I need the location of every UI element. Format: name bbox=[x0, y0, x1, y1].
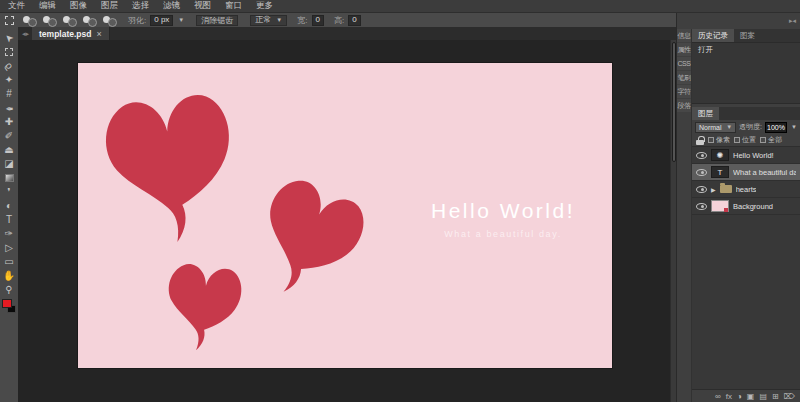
adjustment-icon[interactable]: ◑ bbox=[737, 390, 742, 402]
menu-filter[interactable]: 滤镜 bbox=[163, 0, 180, 12]
tab-history[interactable]: 历史记录 bbox=[692, 29, 734, 42]
tool-palette: ➤ ϱ ✦ # ✒ ✚ ✐ ⏏ ◪ ❜ ◐ T ✑ ▷ ▭ ✋ ⚲ bbox=[0, 27, 18, 402]
side-tab-css[interactable]: CSS bbox=[677, 57, 691, 70]
menu-layer[interactable]: 图层 bbox=[101, 0, 118, 12]
menu-edit[interactable]: 编辑 bbox=[39, 0, 56, 12]
selection-mode-add-icon[interactable] bbox=[42, 15, 58, 25]
side-tab-paragraph[interactable]: 段落 bbox=[677, 99, 691, 112]
visibility-eye-icon[interactable] bbox=[696, 203, 707, 210]
move-tool[interactable]: ➤ bbox=[2, 31, 16, 45]
photo-editor-app: 文件 编辑 图像 图层 选择 滤镜 视图 窗口 更多 羽化: 0 px ▼ 消除… bbox=[0, 0, 800, 402]
magic-wand-tool[interactable]: ✦ bbox=[2, 73, 16, 87]
clone-stamp-tool[interactable]: ⏏ bbox=[2, 143, 16, 157]
tab-layers[interactable]: 图层 bbox=[692, 107, 719, 120]
shape-tool[interactable]: ▭ bbox=[2, 255, 16, 269]
visibility-eye-icon[interactable] bbox=[696, 186, 707, 193]
selection-mode-intersect-icon[interactable] bbox=[82, 15, 98, 25]
history-entry-open[interactable]: 打开 bbox=[692, 43, 800, 56]
width-input[interactable]: 0 bbox=[312, 15, 324, 26]
blur-tool[interactable]: ❜ bbox=[2, 185, 16, 199]
color-swatches[interactable] bbox=[2, 299, 16, 313]
layer-row-background[interactable]: Background bbox=[692, 198, 800, 215]
eraser-tool[interactable]: ◪ bbox=[2, 157, 16, 171]
side-tab-brush[interactable]: 笔刷 bbox=[677, 71, 691, 84]
new-group-icon[interactable]: ▤ bbox=[759, 390, 767, 402]
menu-window[interactable]: 窗口 bbox=[225, 0, 242, 12]
lock-position-toggle[interactable]: 位置 bbox=[734, 135, 756, 145]
document-tab[interactable]: template.psd × bbox=[32, 27, 110, 40]
text-layer-thumbnail: ✺ bbox=[711, 149, 729, 161]
lock-position-checkbox[interactable] bbox=[734, 137, 740, 143]
new-layer-icon[interactable]: ⊞ bbox=[772, 390, 779, 402]
text-layer-thumbnail: T bbox=[711, 166, 729, 178]
hand-tool[interactable]: ✋ bbox=[2, 269, 16, 283]
canvas-subtitle-text: What a beautiful day. bbox=[408, 229, 598, 239]
style-value: 正常 bbox=[255, 15, 271, 25]
crop-tool[interactable]: # bbox=[2, 87, 16, 101]
collapse-arrows-icon[interactable]: ▸◂ bbox=[789, 17, 796, 25]
menu-view[interactable]: 视图 bbox=[194, 0, 211, 12]
canvas-text-block: Hello World! What a beautiful day. bbox=[408, 199, 598, 239]
tab-patterns[interactable]: 图案 bbox=[734, 29, 761, 42]
document-canvas[interactable]: Hello World! What a beautiful day. bbox=[78, 63, 612, 368]
dodge-tool[interactable]: ◐ bbox=[2, 199, 16, 213]
heart-shape-medium bbox=[231, 158, 386, 321]
layers-panel-tabs: 图层 bbox=[692, 107, 800, 120]
width-label: 宽: bbox=[297, 15, 307, 26]
lock-pixels-toggle[interactable]: 像素 bbox=[708, 135, 730, 145]
opacity-caret-icon[interactable]: ▼ bbox=[791, 124, 797, 130]
expand-triangle-icon[interactable]: ▶ bbox=[711, 186, 716, 193]
visibility-eye-icon[interactable] bbox=[696, 152, 707, 159]
close-icon[interactable]: × bbox=[96, 29, 101, 39]
feather-input[interactable]: 0 px bbox=[150, 15, 173, 26]
opacity-label: 透明度: bbox=[739, 122, 762, 132]
layers-footer-toolbar: ∞ fx ◑ ▣ ▤ ⊞ ⌦ bbox=[692, 389, 800, 402]
menu-file[interactable]: 文件 bbox=[8, 0, 25, 12]
selection-mode-new-icon[interactable] bbox=[22, 15, 38, 25]
eyedropper-tool[interactable]: ✒ bbox=[2, 101, 16, 115]
lasso-tool[interactable]: ϱ bbox=[2, 59, 16, 73]
foreground-color-swatch[interactable] bbox=[2, 299, 12, 308]
delete-layer-icon[interactable]: ⌦ bbox=[784, 390, 795, 402]
menu-select[interactable]: 选择 bbox=[132, 0, 149, 12]
side-tab-properties[interactable]: 属性 bbox=[677, 43, 691, 56]
antialias-button[interactable]: 消除锯齿 bbox=[196, 15, 238, 26]
menu-more[interactable]: 更多 bbox=[256, 0, 273, 12]
pen-tool[interactable]: ✑ bbox=[2, 227, 16, 241]
selection-mode-subtract-icon[interactable] bbox=[62, 15, 78, 25]
brush-tool[interactable]: ✐ bbox=[2, 129, 16, 143]
document-tab-bar: ◂▸ template.psd × bbox=[18, 27, 676, 40]
opacity-input[interactable]: 100% bbox=[765, 122, 787, 133]
heart-shape-large bbox=[90, 76, 253, 258]
style-select[interactable]: 正常 ▼ bbox=[250, 15, 287, 26]
lock-all-toggle[interactable]: 全部 bbox=[760, 135, 782, 145]
selection-mode-exclude-icon[interactable] bbox=[102, 15, 118, 25]
feather-caret-icon[interactable]: ▼ bbox=[178, 17, 184, 23]
layer-row-hello-world[interactable]: ✺ Hello World! bbox=[692, 147, 800, 164]
marquee-tool[interactable] bbox=[2, 45, 16, 59]
direct-select-tool[interactable]: ▷ bbox=[2, 241, 16, 255]
blend-controls-row: Normal ▼ 透明度: 100% ▼ bbox=[692, 120, 800, 134]
zoom-tool[interactable]: ⚲ bbox=[2, 283, 16, 297]
layer-row-beautiful-day[interactable]: T What a beautiful day. bbox=[692, 164, 800, 181]
lock-icon[interactable] bbox=[696, 136, 704, 145]
side-tab-info[interactable]: 信息 bbox=[677, 29, 691, 42]
menu-image[interactable]: 图像 bbox=[70, 0, 87, 12]
blend-mode-select[interactable]: Normal ▼ bbox=[695, 122, 736, 133]
layer-style-icon[interactable]: fx bbox=[726, 390, 732, 402]
visibility-eye-icon[interactable] bbox=[696, 169, 707, 176]
link-icon[interactable]: ∞ bbox=[715, 390, 721, 402]
style-caret-icon: ▼ bbox=[276, 15, 282, 25]
layer-row-hearts-group[interactable]: ▶ hearts bbox=[692, 181, 800, 198]
height-input[interactable]: 0 bbox=[348, 15, 360, 26]
healing-tool[interactable]: ✚ bbox=[2, 115, 16, 129]
heart-shape-small bbox=[154, 251, 253, 361]
collapsed-panel-tabs: 信息 属性 CSS 笔刷 字符 段落 bbox=[677, 29, 691, 112]
history-list: 打开 bbox=[692, 42, 800, 104]
side-tab-character[interactable]: 字符 bbox=[677, 85, 691, 98]
lock-pixels-checkbox[interactable] bbox=[708, 137, 714, 143]
lock-all-checkbox[interactable] bbox=[760, 137, 766, 143]
type-tool[interactable]: T bbox=[2, 213, 16, 227]
gradient-tool[interactable] bbox=[2, 171, 16, 185]
mask-icon[interactable]: ▣ bbox=[747, 390, 755, 402]
